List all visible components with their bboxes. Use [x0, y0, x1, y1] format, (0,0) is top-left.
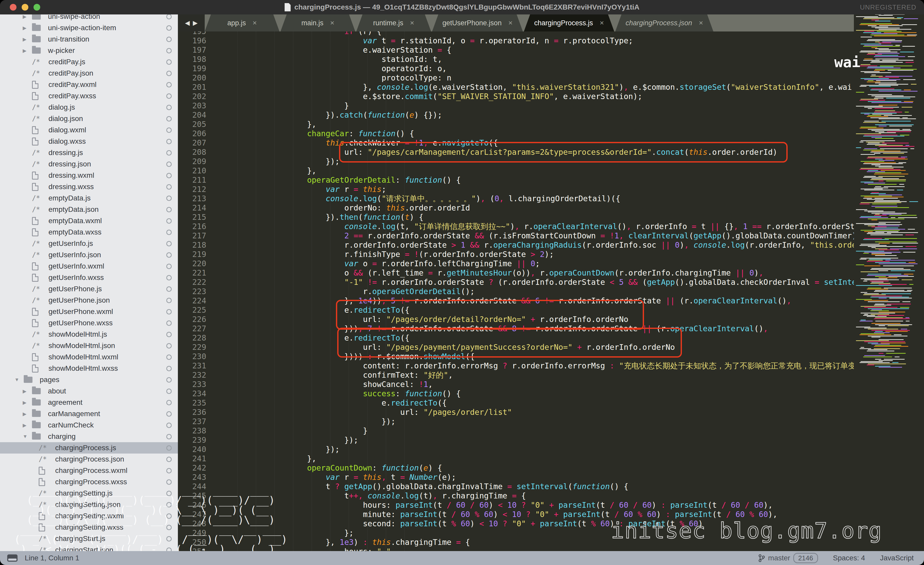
sidebar-item-chargingProcess.json[interactable]: /*chargingProcess.json — [0, 454, 178, 465]
file-tree-sidebar[interactable]: ▶uni-swipe-action▶uni-swipe-action-item▶… — [0, 15, 178, 551]
code-line: 240 }); — [178, 445, 924, 454]
sidebar-item-dressing.wxml[interactable]: dressing.wxml — [0, 170, 178, 181]
disclosure-expanded-icon[interactable]: ▼ — [14, 377, 20, 383]
sidebar-item-showModelHtml.js[interactable]: /*showModelHtml.js — [0, 329, 178, 340]
sidebar-item-showModelHtml.wxml[interactable]: showModelHtml.wxml — [0, 352, 178, 363]
disclosure-collapsed-icon[interactable]: ▶ — [22, 422, 27, 428]
sidebar-item-agreement[interactable]: ▶agreement — [0, 397, 178, 408]
sidebar-item-chargingSetting.wxml[interactable]: chargingSetting.wxml — [0, 510, 178, 521]
sidebar-item-dialog.js[interactable]: /*dialog.js — [0, 102, 178, 113]
sidebar-item-uni-swipe-action[interactable]: ▶uni-swipe-action — [0, 15, 178, 22]
code-line: 203 } — [178, 101, 924, 110]
sidebar-item-getUserInfo.json[interactable]: /*getUserInfo.json — [0, 249, 178, 261]
sidebar-item-uni-transition[interactable]: ▶uni-transition — [0, 33, 178, 45]
tab-main.js[interactable]: main.js× — [280, 15, 355, 32]
sidebar-item-chargingStart.js[interactable]: /*chargingStart.js — [0, 533, 178, 544]
disclosure-collapsed-icon[interactable]: ▶ — [22, 48, 27, 54]
sidebar-item-dialog.json[interactable]: /*dialog.json — [0, 113, 178, 124]
tab-close-icon[interactable]: × — [253, 19, 257, 27]
minimap-line — [867, 199, 884, 200]
sidebar-item-dialog.wxss[interactable]: dialog.wxss — [0, 136, 178, 147]
disclosure-collapsed-icon[interactable]: ▶ — [22, 36, 27, 42]
tab-chargingProcess.json[interactable]: chargingProcess.json× — [615, 15, 713, 32]
sidebar-item-emptyData.wxml[interactable]: emptyData.wxml — [0, 215, 178, 227]
sidebar-item-creditPay.js[interactable]: /*creditPay.js — [0, 56, 178, 68]
sidebar-item-chargingProcess.wxml[interactable]: chargingProcess.wxml — [0, 465, 178, 476]
sidebar-item-chargingSetting.json[interactable]: /*chargingSetting.json — [0, 499, 178, 510]
tab-close-icon[interactable]: × — [508, 19, 513, 27]
sidebar-item-carManagement[interactable]: ▶carManagement — [0, 408, 178, 419]
page-file-icon — [32, 81, 38, 89]
tab-getUserPhone.json[interactable]: getUserPhone.json× — [432, 15, 523, 32]
sidebar-toggle-icon[interactable] — [7, 554, 18, 562]
git-branch-status[interactable]: master 2146 — [758, 553, 818, 563]
disclosure-collapsed-icon[interactable]: ▶ — [22, 15, 27, 20]
disclosure-expanded-icon[interactable]: ▼ — [22, 434, 28, 439]
tab-runtime.js[interactable]: runtime.js× — [356, 15, 431, 32]
sidebar-item-dressing.json[interactable]: /*dressing.json — [0, 158, 178, 170]
sidebar-item-getUserInfo.wxml[interactable]: getUserInfo.wxml — [0, 261, 178, 272]
sidebar-item-getUserInfo.js[interactable]: /*getUserInfo.js — [0, 238, 178, 249]
tab-close-icon[interactable]: × — [410, 19, 414, 27]
sidebar-item-emptyData.wxss[interactable]: emptyData.wxss — [0, 227, 178, 238]
sidebar-item-creditPay.json[interactable]: /*creditPay.json — [0, 68, 178, 79]
indentation-status[interactable]: Spaces: 4 — [833, 554, 865, 562]
sidebar-item-chargingProcess.js[interactable]: /*chargingProcess.js — [0, 442, 178, 454]
code-text: }, — [237, 166, 316, 176]
sidebar-item-emptyData.json[interactable]: /*emptyData.json — [0, 204, 178, 215]
minimap-line — [867, 275, 908, 276]
tab-history-forward-icon[interactable]: ▶ — [193, 20, 198, 27]
sidebar-item-creditPay.wxss[interactable]: creditPay.wxss — [0, 90, 178, 102]
tab-close-icon[interactable]: × — [330, 19, 334, 27]
minimap[interactable] — [854, 0, 924, 565]
sidebar-item-getUserPhone.json[interactable]: /*getUserPhone.json — [0, 295, 178, 306]
sidebar-item-getUserPhone.wxss[interactable]: getUserPhone.wxss — [0, 317, 178, 329]
sidebar-item-showModelHtml.json[interactable]: /*showModelHtml.json — [0, 340, 178, 352]
sidebar-item-pages[interactable]: ▼pages — [0, 374, 178, 385]
sidebar-item-getUserPhone.js[interactable]: /*getUserPhone.js — [0, 283, 178, 295]
minimap-line — [856, 251, 884, 251]
code-editor[interactable]: 195 if (r) {196 var t = r.stationId, o =… — [178, 32, 924, 551]
script-file-icon: /* — [32, 296, 40, 304]
sidebar-item-chargingStart.json[interactable]: /*chargingStart.json — [0, 544, 178, 551]
sidebar-item-dialog.wxml[interactable]: dialog.wxml — [0, 124, 178, 136]
code-text: }, — [237, 120, 316, 129]
minimap-line — [864, 79, 900, 80]
disclosure-collapsed-icon[interactable]: ▶ — [22, 411, 27, 417]
zoom-button[interactable] — [33, 4, 40, 11]
sidebar-item-charging[interactable]: ▼charging — [0, 431, 178, 442]
tab-history-back-icon[interactable]: ◀ — [185, 20, 190, 27]
sidebar-item-chargingProcess.wxss[interactable]: chargingProcess.wxss — [0, 476, 178, 488]
minimap-line — [861, 230, 900, 231]
tab-close-icon[interactable]: × — [699, 19, 703, 27]
disclosure-collapsed-icon[interactable]: ▶ — [22, 25, 27, 31]
sidebar-item-label: getUserPhone.wxml — [48, 308, 113, 316]
disclosure-collapsed-icon[interactable]: ▶ — [22, 388, 27, 394]
minimap-line — [908, 229, 915, 230]
minimap-line — [874, 70, 885, 71]
sidebar-item-dressing.js[interactable]: /*dressing.js — [0, 147, 178, 158]
sidebar-item-chargingSetting.wxss[interactable]: chargingSetting.wxss — [0, 521, 178, 533]
sidebar-item-uni-swipe-action-item[interactable]: ▶uni-swipe-action-item — [0, 22, 178, 33]
close-button[interactable] — [10, 4, 16, 11]
tab-chargingProcess.js[interactable]: chargingProcess.js× — [524, 15, 614, 32]
sidebar-item-showModelHtml.wxss[interactable]: showModelHtml.wxss — [0, 363, 178, 374]
minimap-line — [879, 146, 915, 147]
sidebar-item-carNumCheck[interactable]: ▶carNumCheck — [0, 419, 178, 431]
minimize-button[interactable] — [22, 4, 28, 11]
sidebar-item-dressing.wxss[interactable]: dressing.wxss — [0, 181, 178, 192]
minimap-line — [875, 304, 884, 304]
sidebar-item-getUserInfo.wxss[interactable]: getUserInfo.wxss — [0, 272, 178, 283]
tab-close-icon[interactable]: × — [600, 19, 604, 27]
sidebar-item-creditPay.wxml[interactable]: creditPay.wxml — [0, 79, 178, 90]
sidebar-item-emptyData.js[interactable]: /*emptyData.js — [0, 192, 178, 204]
code-line: 235 e.redirectTo({ — [178, 398, 924, 408]
sidebar-item-about[interactable]: ▶about — [0, 385, 178, 397]
sidebar-item-w-picker[interactable]: ▶w-picker — [0, 45, 178, 56]
sidebar-item-chargingSetting.js[interactable]: /*chargingSetting.js — [0, 488, 178, 499]
disclosure-collapsed-icon[interactable]: ▶ — [22, 400, 27, 406]
sidebar-item-getUserPhone.wxml[interactable]: getUserPhone.wxml — [0, 306, 178, 317]
tab-app.js[interactable]: app.js× — [205, 15, 279, 32]
syntax-status[interactable]: JavaScript — [880, 554, 914, 562]
minimap-line — [861, 161, 884, 162]
